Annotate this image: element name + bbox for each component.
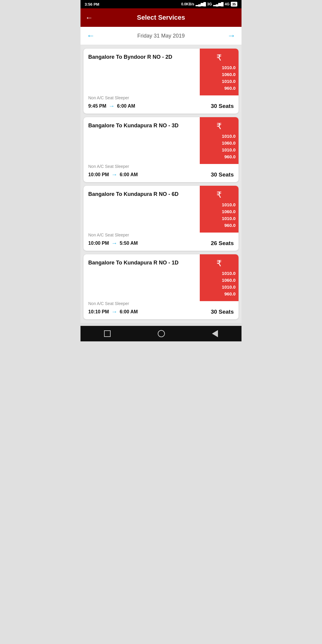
service-title: Bangalore To Kundapura R NO - 6D xyxy=(88,191,195,197)
android-nav-bar xyxy=(80,326,242,341)
price-value: 1010.0 xyxy=(203,202,236,208)
depart-time: 9:45 PM xyxy=(88,103,106,109)
arrive-time: 5:50 AM xyxy=(120,241,138,246)
signal-3g: 3G xyxy=(207,2,212,6)
price-value: 960.0 xyxy=(203,154,236,160)
service-timing: 10:10 PM → 6:00 AM xyxy=(88,308,138,315)
card-info: Bangalore To Kundapura R NO - 1D xyxy=(83,254,200,301)
battery-indicator: 35 xyxy=(231,2,237,7)
service-card[interactable]: Bangalore To Kundapura R NO - 1D ₹ 1010.… xyxy=(83,254,239,319)
seats-count: 26 Seats xyxy=(211,240,234,247)
price-box: ₹ 1010.01060.01010.0960.0 xyxy=(200,186,239,233)
signal-4g: 4G xyxy=(225,2,230,6)
price-value: 1060.0 xyxy=(203,71,236,78)
card-top: Bangalore To Kundapura R NO - 1D ₹ 1010.… xyxy=(83,254,239,301)
depart-time: 10:10 PM xyxy=(88,309,109,315)
service-card[interactable]: Bangalore To Byndoor R NO - 2D ₹ 1010.01… xyxy=(83,49,239,114)
card-top: Bangalore To Kundapura R NO - 6D ₹ 1010.… xyxy=(83,186,239,233)
time-arrow-icon: → xyxy=(109,103,114,109)
price-value: 1010.0 xyxy=(203,284,236,290)
arrive-time: 6:00 AM xyxy=(120,172,138,177)
card-info: Bangalore To Kundapura R NO - 3D xyxy=(83,117,200,164)
service-card[interactable]: Bangalore To Kundapura R NO - 6D ₹ 1010.… xyxy=(83,186,239,251)
price-box: ₹ 1010.01060.01010.0960.0 xyxy=(200,49,239,95)
date-navigation: ← Friday 31 May 2019 → xyxy=(80,27,242,45)
status-time: 3:56 PM xyxy=(85,2,99,7)
service-type: Non A/C Seat Sleeper xyxy=(88,95,234,100)
price-value: 960.0 xyxy=(203,85,236,91)
service-card[interactable]: Bangalore To Kundapura R NO - 3D ₹ 1010.… xyxy=(83,117,239,182)
price-value: 1010.0 xyxy=(203,64,236,71)
current-date: Friday 31 May 2019 xyxy=(137,33,185,39)
seats-count: 30 Seats xyxy=(211,309,234,315)
rupee-icon: ₹ xyxy=(216,53,222,63)
back-button[interactable]: ← xyxy=(85,13,93,22)
service-timing: 10:00 PM → 6:00 AM xyxy=(88,171,138,178)
card-top: Bangalore To Byndoor R NO - 2D ₹ 1010.01… xyxy=(83,49,239,95)
price-value: 1010.0 xyxy=(203,147,236,153)
price-value: 1010.0 xyxy=(203,78,236,84)
status-right: 0.0KB/s ▂▄▆█ 3G ▂▄▆█ 4G 35 xyxy=(181,2,237,7)
nav-square-button[interactable] xyxy=(104,330,111,337)
rupee-icon: ₹ xyxy=(216,258,222,268)
price-value: 1060.0 xyxy=(203,208,236,215)
seats-count: 30 Seats xyxy=(211,171,234,178)
seats-count: 30 Seats xyxy=(211,103,234,109)
nav-back-button[interactable] xyxy=(212,330,218,337)
time-arrow-icon: → xyxy=(111,171,117,178)
price-value: 1060.0 xyxy=(203,140,236,146)
card-top: Bangalore To Kundapura R NO - 3D ₹ 1010.… xyxy=(83,117,239,164)
next-date-button[interactable]: → xyxy=(227,31,236,41)
status-bar: 3:56 PM 0.0KB/s ▂▄▆█ 3G ▂▄▆█ 4G 35 xyxy=(80,0,242,8)
network-speed: 0.0KB/s xyxy=(181,2,194,6)
service-title: Bangalore To Byndoor R NO - 2D xyxy=(88,54,195,60)
price-value: 960.0 xyxy=(203,222,236,228)
service-timing: 10:00 PM → 5:50 AM xyxy=(88,240,138,247)
arrive-time: 6:00 AM xyxy=(120,309,138,315)
price-value: 1010.0 xyxy=(203,270,236,276)
signal-bars: ▂▄▆█ xyxy=(196,2,206,6)
depart-time: 10:00 PM xyxy=(88,172,109,177)
price-box: ₹ 1010.01060.01010.0960.0 xyxy=(200,117,239,164)
price-value: 960.0 xyxy=(203,291,236,297)
prev-date-button[interactable]: ← xyxy=(86,31,95,41)
price-box: ₹ 1010.01060.01010.0960.0 xyxy=(200,254,239,301)
time-arrow-icon: → xyxy=(111,240,117,247)
service-timing: 9:45 PM → 6:00 AM xyxy=(88,103,135,109)
signal-bars-2: ▂▄▆█ xyxy=(213,2,224,6)
service-type: Non A/C Seat Sleeper xyxy=(88,233,234,237)
arrive-time: 6:00 AM xyxy=(117,103,135,109)
nav-home-button[interactable] xyxy=(158,330,165,337)
card-info: Bangalore To Byndoor R NO - 2D xyxy=(83,49,200,95)
service-title: Bangalore To Kundapura R NO - 1D xyxy=(88,260,195,266)
price-value: 1010.0 xyxy=(203,133,236,139)
rupee-icon: ₹ xyxy=(216,190,222,200)
services-list: Bangalore To Byndoor R NO - 2D ₹ 1010.01… xyxy=(80,45,242,323)
header: ← Select Services xyxy=(80,8,242,27)
price-value: 1060.0 xyxy=(203,277,236,283)
service-type: Non A/C Seat Sleeper xyxy=(88,301,234,306)
time-arrow-icon: → xyxy=(111,308,117,315)
rupee-icon: ₹ xyxy=(216,121,222,131)
card-info: Bangalore To Kundapura R NO - 6D xyxy=(83,186,200,233)
service-type: Non A/C Seat Sleeper xyxy=(88,164,234,169)
service-title: Bangalore To Kundapura R NO - 3D xyxy=(88,123,195,129)
price-value: 1010.0 xyxy=(203,215,236,222)
depart-time: 10:00 PM xyxy=(88,241,109,246)
page-title: Select Services xyxy=(137,14,185,21)
